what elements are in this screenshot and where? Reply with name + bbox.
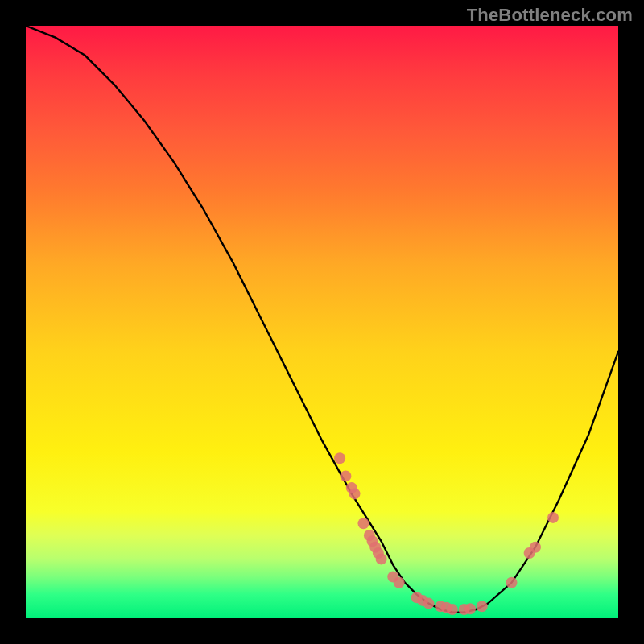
data-point — [394, 577, 405, 588]
data-point — [477, 601, 488, 612]
data-points — [334, 452, 559, 615]
data-point — [349, 488, 361, 499]
data-point — [464, 603, 476, 614]
data-point — [358, 518, 369, 529]
data-point — [547, 512, 559, 523]
data-point — [340, 470, 351, 481]
bottleneck-curve — [26, 26, 618, 613]
plot-area — [26, 26, 618, 618]
chart-container: TheBottleneck.com — [0, 0, 644, 644]
data-point — [447, 604, 458, 615]
data-point — [334, 452, 345, 464]
attribution-label: TheBottleneck.com — [467, 5, 633, 26]
data-point — [506, 577, 518, 588]
data-point — [376, 553, 387, 564]
curve-layer — [26, 26, 618, 618]
data-point — [530, 542, 541, 553]
data-point — [423, 598, 435, 609]
